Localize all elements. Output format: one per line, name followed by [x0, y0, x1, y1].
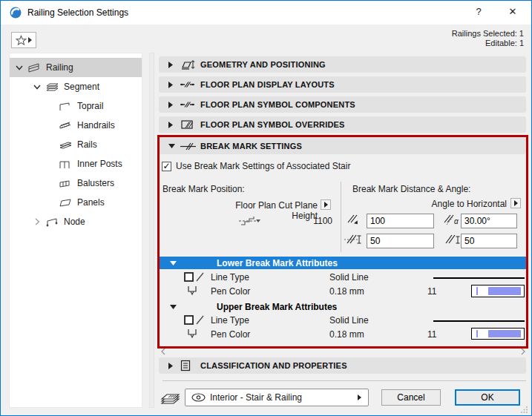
section-label: BREAK MARK SETTINGS: [200, 142, 302, 151]
footer-separator: [162, 380, 526, 381]
line-type-checkbox-icon[interactable]: [184, 315, 205, 325]
line-type-preview[interactable]: [433, 320, 525, 322]
section-label: GEOMETRY AND POSITIONING: [200, 60, 326, 69]
cut-plane-height-value: 1100: [298, 216, 332, 226]
section-classification-and-properties[interactable]: CLASSIFICATION AND PROPERTIES: [159, 357, 526, 374]
line-type-preview[interactable]: [433, 277, 525, 279]
tree-item-label: Rails: [77, 139, 97, 150]
tree-item-segment[interactable]: Segment: [10, 77, 142, 96]
break-distance-3-input[interactable]: [461, 234, 517, 248]
override-hatch-icon: [180, 119, 195, 130]
use-stair-settings-checkbox[interactable]: ✓: [162, 162, 171, 171]
favorites-popup-arrow-icon: [28, 37, 32, 43]
segment-icon: [45, 82, 59, 92]
section-floor-plan-display-layouts[interactable]: FLOOR PLAN DISPLAY LAYOUTS: [159, 76, 526, 93]
section-floor-plan-symbol-components[interactable]: FLOOR PLAN SYMBOL COMPONENTS: [159, 96, 526, 113]
expanded-arrow-icon: [170, 261, 177, 265]
line-type-value[interactable]: Solid Line: [329, 272, 369, 283]
help-button[interactable]: ?: [466, 1, 491, 23]
tree-item-rails[interactable]: Rails: [10, 135, 142, 154]
tree-settings-divider: [149, 53, 154, 408]
break-angle-input[interactable]: [461, 214, 517, 228]
layer-selector[interactable]: Interior - Stair & Railing: [185, 389, 369, 406]
pen-thin-preview: [476, 287, 478, 295]
upper-break-mark-attributes-header[interactable]: Upper Break Mark Attributes: [159, 301, 526, 313]
section-label: CLASSIFICATION AND PROPERTIES: [200, 361, 347, 370]
close-button[interactable]: ✕: [500, 1, 525, 23]
rails-icon: [59, 140, 73, 150]
star-icon: [16, 35, 27, 46]
cut-plane-popup-button[interactable]: [321, 199, 331, 210]
break-extension-icon: [444, 234, 461, 245]
pen-color-label: Pen Color: [211, 286, 250, 297]
attributes-header-label: Lower Break Mark Attributes: [217, 258, 338, 268]
pen-thick-preview: [488, 287, 521, 295]
pen-weight-value: 0.18 mm: [329, 286, 364, 297]
section-geometry-and-positioning[interactable]: GEOMETRY AND POSITIONING: [159, 56, 526, 73]
popup-arrow-icon: [514, 200, 518, 206]
balusters-icon: [59, 179, 73, 188]
pen-index-value: 11: [427, 286, 436, 297]
tree-item-node[interactable]: Node: [10, 212, 142, 231]
pen-weight-value: 0.18 mm: [329, 329, 364, 340]
expand-arrow-icon[interactable]: [16, 64, 23, 71]
break-distance-icon: [347, 214, 361, 226]
handrails-icon: [59, 121, 73, 131]
angle-popup-button[interactable]: [510, 198, 521, 208]
tree-item-toprail[interactable]: Toprail: [10, 96, 142, 116]
layer-value: Interior - Stair & Railing: [210, 392, 302, 403]
pen-color-swatch[interactable]: [471, 285, 525, 297]
expand-arrow-icon[interactable]: [33, 83, 41, 90]
cut-line-icon: [180, 80, 195, 89]
collapsed-arrow-icon: [168, 122, 175, 128]
tree-item-balusters[interactable]: Balusters: [10, 174, 142, 193]
collapsed-arrow-icon: [168, 102, 175, 108]
popup-arrow-icon: [324, 202, 328, 208]
break-mark-position-label: Break Mark Position:: [162, 184, 245, 194]
tree-item-label: Panels: [77, 197, 105, 208]
tree-item-panels[interactable]: Panels: [10, 193, 142, 212]
app-logo-icon: [10, 7, 22, 19]
section-floor-plan-symbol-overrides[interactable]: FLOOR PLAN SYMBOL OVERRIDES: [159, 116, 526, 133]
railing-icon: [27, 63, 42, 73]
use-stair-settings-row: ✓ Use Break Mark Settings of Associated …: [162, 161, 350, 171]
node-icon: [45, 217, 59, 227]
section-break-mark-settings[interactable]: BREAK MARK SETTINGS: [159, 138, 526, 154]
lower-break-mark-attributes-header[interactable]: Lower Break Mark Attributes: [159, 257, 526, 269]
break-distance-2-input[interactable]: [367, 234, 434, 248]
line-type-checkbox-icon[interactable]: [184, 272, 205, 282]
tree-item-railing[interactable]: Railing: [10, 58, 142, 77]
favorites-button[interactable]: [11, 32, 36, 48]
title-bar: Railing Selection Settings ? ✕: [1, 1, 531, 24]
break-distance-1-input[interactable]: [367, 214, 434, 228]
angle-to-horizontal-label: Angle to Horizontal: [416, 199, 507, 209]
tree-item-inner-posts[interactable]: Inner Posts: [10, 154, 142, 174]
pen-color-label: Pen Color: [211, 329, 250, 340]
line-type-value[interactable]: Solid Line: [329, 315, 369, 326]
break-gap-icon: [344, 234, 362, 245]
break-angle-icon: α: [443, 214, 461, 226]
cancel-button[interactable]: Cancel: [381, 389, 441, 406]
break-mark-icon: [180, 142, 195, 151]
scroll-right-icon[interactable]: [520, 348, 526, 355]
pen-thick-preview: [488, 330, 521, 337]
section-label: FLOOR PLAN DISPLAY LAYOUTS: [200, 80, 335, 89]
use-stair-settings-label: Use Break Mark Settings of Associated St…: [176, 161, 350, 171]
collapsed-arrow-icon[interactable]: [33, 218, 41, 225]
stair-cut-plane-icon: [238, 215, 269, 226]
scroll-left-icon[interactable]: [160, 348, 166, 355]
tree-item-label: Node: [64, 217, 85, 227]
ok-button[interactable]: OK: [455, 389, 520, 406]
panels-icon: [59, 198, 73, 208]
resize-grip[interactable]: [521, 406, 528, 413]
line-type-label: Line Type: [211, 272, 249, 283]
break-mark-distance-angle-label: Break Mark Distance & Angle:: [352, 184, 470, 194]
tree-item-label: Segment: [64, 82, 99, 92]
tree-item-handrails[interactable]: Handrails: [10, 116, 142, 135]
line-type-label: Line Type: [211, 315, 249, 326]
pen-color-swatch[interactable]: [471, 328, 525, 340]
layers-icon: [160, 389, 182, 406]
editable-count: Editable: 1: [452, 39, 524, 48]
collapsed-arrow-icon: [168, 363, 175, 369]
element-tree: Railing Segment Toprail Handrails: [9, 53, 142, 408]
